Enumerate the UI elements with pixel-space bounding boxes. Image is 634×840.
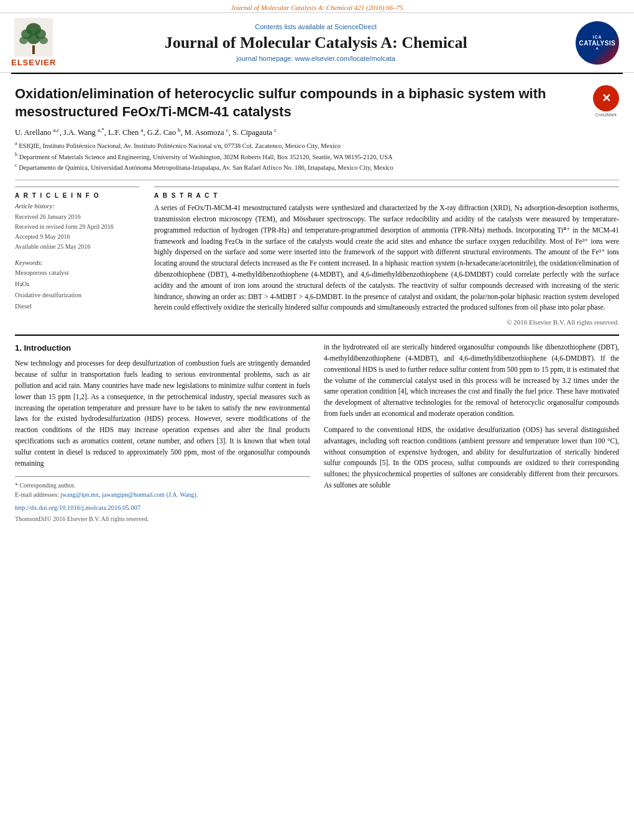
catalysis-logo-text: ICA CATALYSIS A (579, 35, 616, 50)
body-two-col: 1. Introduction New technology and proce… (15, 342, 619, 524)
intro-section-title: 1. Introduction (15, 342, 310, 354)
elsevier-logo: ELSEVIER (11, 18, 56, 67)
journal-header: ELSEVIER Contents lists available at Sci… (0, 12, 634, 73)
body-left-col: 1. Introduction New technology and proce… (15, 342, 310, 524)
journal-citation-bar: Journal of Molecular Catalysis A: Chemic… (0, 0, 634, 12)
affiliation-a: a ESIQIE, Instituto Politécnico Nacional… (15, 140, 584, 150)
corresponding-author-note: * Corresponding author. (15, 481, 310, 490)
email-addresses: jwang@ipn.mx, jawangipn@hotmail.com (J.A… (60, 491, 198, 498)
keyword-4: Diesel (15, 301, 139, 312)
journal-homepage-line: journal homepage: www.elsevier.com/locat… (66, 55, 566, 62)
journal-title: Journal of Molecular Catalysis A: Chemic… (66, 33, 566, 52)
elsevier-tree-icon (14, 18, 53, 57)
keyword-2: H₂O₂ (15, 279, 139, 290)
svg-rect-7 (32, 45, 35, 54)
affiliation-b: b Department of Materials Science and En… (15, 151, 584, 162)
crossmark-icon: ✕ (593, 85, 619, 111)
contents-available-line: Contents lists available at ScienceDirec… (66, 23, 566, 30)
keyword-3: Oxidative desulfurization (15, 290, 139, 301)
article-divider (15, 180, 619, 180)
keywords-label: Keywords: (15, 259, 139, 266)
article-title-section: Oxidation/elimination of heterocyclic su… (15, 85, 619, 173)
intro-paragraph-2: in the hydrotreated oil are sterically h… (324, 342, 619, 420)
page: Journal of Molecular Catalysis A: Chemic… (0, 0, 634, 840)
authors-line: U. Arellano a,c, J.A. Wang a,*, L.F. Che… (15, 127, 584, 137)
svg-point-6 (27, 34, 40, 44)
svg-point-4 (19, 37, 28, 44)
journal-citation: Journal of Molecular Catalysis A: Chemic… (231, 4, 403, 11)
footnote-area: * Corresponding author. E-mail addresses… (15, 476, 310, 524)
article-content: Oxidation/elimination of heterocyclic su… (0, 74, 634, 326)
article-revised: Received in revised form 29 April 2016 (15, 222, 139, 232)
copyright-line: © 2016 Elsevier B.V. All rights reserved… (154, 318, 619, 326)
body-right-col: in the hydrotreated oil are sterically h… (324, 342, 619, 524)
keywords-box: Keywords: Mesoporous catalyst H₂O₂ Oxida… (15, 259, 139, 312)
article-info-column: A R T I C L E I N F O Article history: R… (15, 187, 139, 326)
info-abstract-section: A R T I C L E I N F O Article history: R… (15, 187, 619, 326)
abstract-box: A B S T R A C T A series of FeOx/Ti-MCM-… (154, 187, 619, 326)
svg-point-5 (39, 37, 48, 44)
article-title: Oxidation/elimination of heterocyclic su… (15, 85, 584, 121)
keyword-1: Mesoporous catalyst (15, 267, 139, 279)
article-received: Received 26 January 2016 (15, 212, 139, 222)
article-accepted: Accepted 9 May 2016 (15, 232, 139, 242)
abstract-column: A B S T R A C T A series of FeOx/Ti-MCM-… (154, 187, 619, 326)
crossmark-label: CrossMark (593, 113, 619, 117)
sciencedirect-link[interactable]: ScienceDirect (334, 23, 377, 30)
crossmark-container: ✕ CrossMark (593, 85, 619, 117)
intro-paragraph-3: Compared to the conventional HDS, the ox… (324, 425, 619, 491)
journal-homepage-link[interactable]: www.elsevier.com/locate/molcata (295, 55, 395, 62)
journal-header-center: Contents lists available at ScienceDirec… (56, 23, 576, 62)
doi-line[interactable]: http://dx.doi.org/10.1016/j.molcata.2016… (15, 503, 310, 513)
abstract-text: A series of FeOx/Ti-MCM-41 mesostructure… (154, 203, 619, 313)
abstract-heading: A B S T R A C T (154, 192, 619, 199)
intro-paragraph-1: New technology and processes for deep de… (15, 358, 310, 469)
article-info-box: A R T I C L E I N F O Article history: R… (15, 187, 139, 252)
article-info-heading: A R T I C L E I N F O (15, 192, 139, 199)
article-history-label: Article history: (15, 203, 139, 210)
catalysis-logo: ICA CATALYSIS A (576, 21, 619, 65)
elsevier-brand-text: ELSEVIER (11, 58, 56, 67)
rights-line: ThomsonDif© 2016 Elsevier B.V. All right… (15, 514, 310, 524)
article-title-container: Oxidation/elimination of heterocyclic su… (15, 85, 584, 173)
affiliations: a ESIQIE, Instituto Politécnico Nacional… (15, 140, 584, 172)
email-note: E-mail addresses: jwang@ipn.mx, jawangip… (15, 490, 310, 499)
article-available: Available online 25 May 2016 (15, 242, 139, 252)
affiliation-c: c Departamento de Química, Universidad A… (15, 162, 584, 172)
body-section: 1. Introduction New technology and proce… (0, 336, 634, 533)
